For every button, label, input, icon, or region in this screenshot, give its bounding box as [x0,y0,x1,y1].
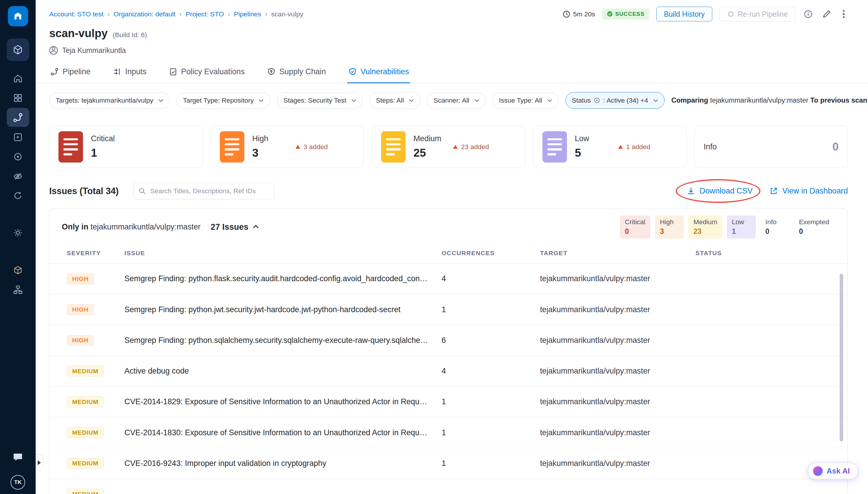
edit-pipeline-icon[interactable] [821,8,832,20]
sidebar-item-executions[interactable] [7,128,29,147]
severity-card-label: High [252,134,268,143]
breadcrumb-project[interactable]: Project: STO [186,10,224,18]
sidebar-item-home[interactable] [7,69,29,88]
user-avatar[interactable]: TK [11,475,25,490]
filter-targets[interactable]: Targets: tejakummarikuntla/vulpy [49,92,170,109]
ask-ai-button[interactable]: Ask AI [808,463,858,479]
build-history-button[interactable]: Build History [656,7,712,21]
tab-policy-evaluations[interactable]: Policy Evaluations [168,62,246,83]
status-circle-icon [594,97,600,104]
target-value: tejakummarikuntla/vulpy:master [540,366,696,376]
table-header: SEVERITY ISSUE OCCURRENCES TARGET STATUS [50,244,848,264]
sidebar-item-organizations[interactable] [7,280,29,299]
sidebar-item-deployments[interactable] [7,147,29,166]
summary-chip-label: Low [732,218,751,226]
issues-toolbar: Issues (Total 34) Download CSV [49,183,848,200]
table-row[interactable]: MEDIUM CVE-2014-1829: Exposure of Sensit… [50,387,848,417]
search-input[interactable] [133,183,274,200]
harness-logo-icon[interactable] [8,6,28,26]
more-options-icon[interactable] [840,9,848,19]
external-link-icon [770,187,778,195]
breadcrumb-separator: › [108,10,110,18]
tab-inputs[interactable]: Inputs [112,62,148,83]
tab-supply-chain[interactable]: Supply Chain [266,62,327,83]
breadcrumb-account[interactable]: Account: STO test [49,10,103,18]
sidebar-item-builds[interactable] [7,88,29,107]
sidebar-item-artifacts[interactable] [7,261,29,280]
sidebar-item-security-tests[interactable] [7,167,29,186]
summary-chip-info: Info 0 [760,215,790,239]
download-csv-button[interactable]: Download CSV [687,187,753,195]
chevron-down-icon [409,99,414,102]
target-value: tejakummarikuntla/vulpy:master [540,305,696,314]
severity-card-high[interactable]: High 3 3 added [210,126,364,168]
breadcrumb-organization[interactable]: Organization: default [114,10,176,18]
table-row[interactable]: MEDIUM CVE-2014-1830: Exposure of Sensit… [50,417,848,448]
sidebar-item-settings[interactable] [7,223,29,242]
table-row-partial[interactable]: MEDIUM [50,479,848,494]
added-indicator: 1 added [618,143,650,151]
severity-card-info[interactable]: Info 0 [694,126,848,168]
sidebar-item-gitops[interactable] [7,186,29,205]
severity-card-label: Low [575,134,589,143]
filter-label: Issue Type: All [499,96,542,104]
table-row[interactable]: MEDIUM CVE-2016-9243: Improper input val… [50,448,848,479]
target-value: tejakummarikuntla/vulpy:master [540,459,696,468]
table-row[interactable]: HIGH Semgrep Finding: python.flask.secur… [50,264,848,294]
severity-card-low[interactable]: Low 5 1 added [533,126,687,168]
filter-status[interactable]: Status : Active (34) +4 [565,92,664,109]
clock-icon [563,10,571,18]
comparing-suffix: To previous scan [810,96,867,104]
summary-chip-count: 0 [625,227,645,235]
tab-vulnerabilities[interactable]: Vulnerabilities [347,62,410,83]
table-row[interactable]: HIGH Semgrep Finding: python.jwt.securit… [50,294,848,325]
column-header-severity: SEVERITY [67,250,124,256]
issues-group-header: Only in tejakummarikuntla/vulpy:master 2… [50,209,848,244]
comparing-label: Comparing tejakummarikuntla/vulpy:master… [671,96,867,104]
table-row[interactable]: MEDIUM Active debug code 4 tejakummariku… [50,356,848,387]
breadcrumb-pipelines[interactable]: Pipelines [234,10,261,18]
view-in-dashboard-button[interactable]: View in Dashboard [770,187,848,195]
download-icon [687,187,695,195]
policy-check-icon [169,68,177,76]
critical-report-icon [58,131,83,163]
occurrences-value: 1 [442,305,540,314]
severity-badge: MEDIUM [67,366,104,377]
module-switcher-icon[interactable] [7,39,29,61]
occurrences-value: 1 [442,428,540,437]
triangle-right-icon [38,460,41,465]
medium-report-icon [381,131,406,163]
filter-scanner[interactable]: Scanner: All [427,92,486,109]
added-indicator: 3 added [295,143,328,151]
column-header-occurrences: OCCURRENCES [442,250,540,256]
table-scrollbar[interactable] [840,273,843,441]
severity-badge: HIGH [67,304,94,315]
tab-label: Vulnerabilities [361,67,409,76]
added-text: 1 added [626,143,650,151]
help-info-icon[interactable] [803,8,814,20]
severity-card-label: Medium [413,134,441,143]
table-row[interactable]: HIGH Semgrep Finding: python.sqlalchemy.… [50,325,848,356]
group-title: Only in tejakummarikuntla/vulpy:master [62,223,200,231]
group-issues-count[interactable]: 27 Issues [211,222,259,232]
summary-chip-count: 1 [732,227,751,235]
status-badge: SUCCESS [602,8,649,19]
feedback-chat-icon[interactable] [12,452,23,465]
severity-card-medium[interactable]: Medium 25 23 added [372,126,525,168]
filter-steps[interactable]: Steps: All [369,92,420,109]
summary-chip-exempted: Exempted 0 [794,215,834,239]
filter-stages[interactable]: Stages: Security Test [277,92,363,109]
group-target: tejakummarikuntla/vulpy:master [91,223,201,231]
filter-issue-type[interactable]: Issue Type: All [493,92,559,109]
tab-pipeline[interactable]: Pipeline [49,62,92,83]
grid-icon [13,93,23,103]
arrow-up-icon [453,145,458,149]
sidebar-item-pipelines[interactable] [7,108,29,127]
download-csv-wrapper: Download CSV [687,187,753,195]
refresh-icon [727,11,734,18]
sidebar-expand-handle[interactable] [36,454,43,471]
rerun-pipeline-button[interactable]: Re-run Pipeline [719,7,795,21]
tab-label: Supply Chain [279,67,326,76]
severity-card-critical[interactable]: Critical 1 [49,126,202,168]
filter-target-type[interactable]: Target Type: Repository [176,92,270,109]
